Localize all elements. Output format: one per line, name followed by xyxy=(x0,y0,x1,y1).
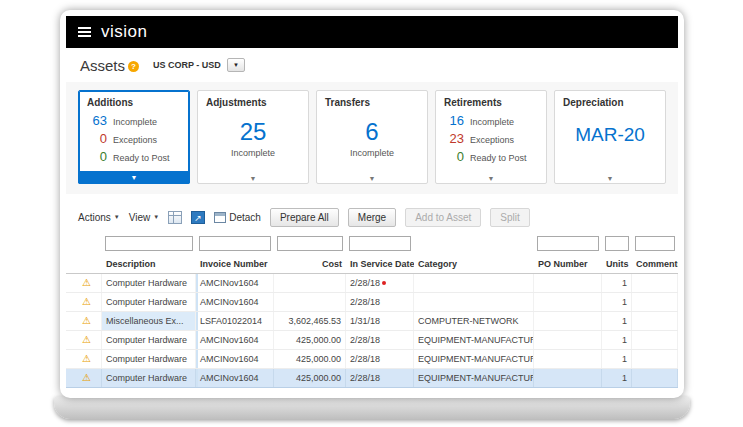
cell-category[interactable]: EQUIPMENT-MANUFACTURING xyxy=(414,350,534,368)
cell-description[interactable]: Computer Hardware xyxy=(102,331,196,349)
row-status-cell: ⚠ xyxy=(78,293,102,311)
infolet-expander[interactable]: ▼ xyxy=(78,171,190,184)
column-header-description[interactable]: Description xyxy=(102,259,196,269)
cell-in-service-date[interactable]: 2/28/18 xyxy=(346,331,414,349)
filter-invoice-number-input[interactable] xyxy=(199,236,271,251)
freeze-columns-icon[interactable] xyxy=(168,211,182,224)
cell-comments[interactable] xyxy=(632,312,678,330)
infolet-additions[interactable]: Additions 63 Incomplete 0 Exceptions 0 R xyxy=(78,90,190,184)
cell-in-service-date[interactable]: 2/28/18 xyxy=(346,369,414,387)
export-icon[interactable] xyxy=(191,211,205,224)
detach-button[interactable]: Detach xyxy=(214,212,261,223)
filter-cost-input[interactable] xyxy=(277,236,343,251)
menu-icon[interactable] xyxy=(78,27,91,37)
table-toolbar: Actions ▼ View ▼ Detach Prepare All Merg… xyxy=(66,204,678,230)
table-row[interactable]: ⚠ Computer Hardware AMCINov1604 425,000.… xyxy=(66,350,678,369)
cell-description[interactable]: Computer Hardware xyxy=(102,369,196,387)
cell-po-number[interactable] xyxy=(534,274,602,292)
cell-po-number[interactable] xyxy=(534,331,602,349)
filter-units-input[interactable] xyxy=(605,236,629,251)
infolet-expander[interactable]: ▼ xyxy=(317,175,427,182)
cell-in-service-date[interactable]: 2/28/18 xyxy=(346,350,414,368)
cell-po-number[interactable] xyxy=(534,369,602,387)
cell-description[interactable]: Computer Hardware xyxy=(102,293,196,311)
infolet-transfers[interactable]: Transfers 6 Incomplete ▼ xyxy=(316,90,428,184)
stat-value: 0 xyxy=(87,149,107,164)
cell-invoice-number[interactable]: AMCINov1604 xyxy=(196,331,274,349)
infolet-depreciation[interactable]: Depreciation MAR-20 ▼ xyxy=(554,90,666,184)
column-header-units[interactable]: Units xyxy=(602,259,632,269)
cell-units[interactable]: 1 xyxy=(602,293,632,311)
cell-cost[interactable]: 425,000.00 xyxy=(274,350,346,368)
cell-description[interactable]: Computer Hardware xyxy=(102,274,196,292)
cell-units[interactable]: 1 xyxy=(602,369,632,387)
cell-description[interactable]: Computer Hardware xyxy=(102,350,196,368)
filter-in-service-date-input[interactable] xyxy=(349,236,411,251)
column-header-po-number[interactable]: PO Number xyxy=(534,259,602,269)
cell-invoice-number[interactable]: AMCINov1604 xyxy=(196,293,274,311)
cell-in-service-date[interactable]: 2/28/18 xyxy=(346,293,414,311)
warning-icon[interactable]: ⚠ xyxy=(82,316,91,326)
cell-in-service-date[interactable]: 1/31/18 xyxy=(346,312,414,330)
table-row[interactable]: ⚠ Computer Hardware AMCINov1604 425,000.… xyxy=(66,331,678,350)
infolet-retirements[interactable]: Retirements 16 Incomplete 23 Exceptions … xyxy=(435,90,547,184)
cell-comments[interactable] xyxy=(632,331,678,349)
merge-button[interactable]: Merge xyxy=(348,208,396,227)
cell-cost[interactable] xyxy=(274,293,346,311)
cell-po-number[interactable] xyxy=(534,312,602,330)
filter-po-number-input[interactable] xyxy=(537,236,599,251)
infolet-expander[interactable]: ▼ xyxy=(555,175,665,182)
cell-category[interactable]: EQUIPMENT-MANUFACTURING xyxy=(414,369,534,387)
cell-invoice-number[interactable]: AMCINov1604 xyxy=(196,350,274,368)
cell-comments[interactable] xyxy=(632,274,678,292)
column-header-comments[interactable]: Comments xyxy=(632,259,678,269)
warning-icon[interactable]: ⚠ xyxy=(82,354,91,364)
infolet-adjustments[interactable]: Adjustments 25 Incomplete ▼ xyxy=(197,90,309,184)
stat-label: Exceptions xyxy=(470,135,514,145)
cell-units[interactable]: 1 xyxy=(602,274,632,292)
cell-invoice-number[interactable]: LSFA01022014 xyxy=(196,312,274,330)
infolet-expander[interactable]: ▼ xyxy=(436,175,546,182)
cell-category[interactable]: EQUIPMENT-MANUFACTURING xyxy=(414,331,534,349)
cell-category[interactable] xyxy=(414,274,534,292)
table-row[interactable]: ⚠ Computer Hardware AMCINov1604 2/28/18 … xyxy=(66,293,678,312)
table-row[interactable]: ⚠ Computer Hardware AMCINov1604 2/28/18 … xyxy=(66,274,678,293)
cell-invoice-number[interactable]: AMCINov1604 xyxy=(196,274,274,292)
cell-units[interactable]: 1 xyxy=(602,331,632,349)
cell-cost[interactable]: 425,000.00 xyxy=(274,331,346,349)
actions-menu[interactable]: Actions ▼ xyxy=(78,212,120,223)
cell-comments[interactable] xyxy=(632,293,678,311)
warning-icon[interactable]: ⚠ xyxy=(82,373,91,383)
warning-icon[interactable]: ⚠ xyxy=(82,278,91,288)
cell-po-number[interactable] xyxy=(534,293,602,311)
column-header-category[interactable]: Category xyxy=(414,259,534,269)
view-menu[interactable]: View ▼ xyxy=(129,212,159,223)
filter-description-input[interactable] xyxy=(105,236,193,251)
infolet-expander[interactable]: ▼ xyxy=(198,175,308,182)
ledger-dropdown-button[interactable]: ▼ xyxy=(227,58,245,72)
warning-icon[interactable]: ⚠ xyxy=(82,297,91,307)
cell-cost[interactable]: 425,000.00 xyxy=(274,369,346,387)
cell-description[interactable]: Miscellaneous Ex... xyxy=(102,312,196,330)
cell-units[interactable]: 1 xyxy=(602,350,632,368)
cell-po-number[interactable] xyxy=(534,350,602,368)
cell-invoice-number[interactable]: AMCINov1604 xyxy=(196,369,274,387)
app-window: vision Assets ? US CORP - USD ▼ Addition… xyxy=(66,16,678,392)
column-header-cost[interactable]: Cost xyxy=(274,259,346,269)
table-row[interactable]: ⚠ Computer Hardware AMCINov1604 425,000.… xyxy=(66,369,678,388)
help-icon[interactable]: ? xyxy=(128,61,139,72)
cell-category[interactable] xyxy=(414,293,534,311)
table-row[interactable]: ⚠ Miscellaneous Ex... LSFA01022014 3,602… xyxy=(66,312,678,331)
cell-cost[interactable] xyxy=(274,274,346,292)
cell-cost[interactable]: 3,602,465.53 xyxy=(274,312,346,330)
column-header-in-service-date[interactable]: In Service Date xyxy=(346,259,414,269)
warning-icon[interactable]: ⚠ xyxy=(82,335,91,345)
cell-comments[interactable] xyxy=(632,350,678,368)
cell-category[interactable]: COMPUTER-NETWORK xyxy=(414,312,534,330)
cell-comments[interactable] xyxy=(632,369,678,387)
filter-comments-input[interactable] xyxy=(635,236,675,251)
column-header-invoice-number[interactable]: Invoice Number xyxy=(196,259,274,269)
cell-units[interactable]: 1 xyxy=(602,312,632,330)
prepare-all-button[interactable]: Prepare All xyxy=(270,208,339,227)
cell-in-service-date[interactable]: 2/28/18 xyxy=(346,274,414,292)
